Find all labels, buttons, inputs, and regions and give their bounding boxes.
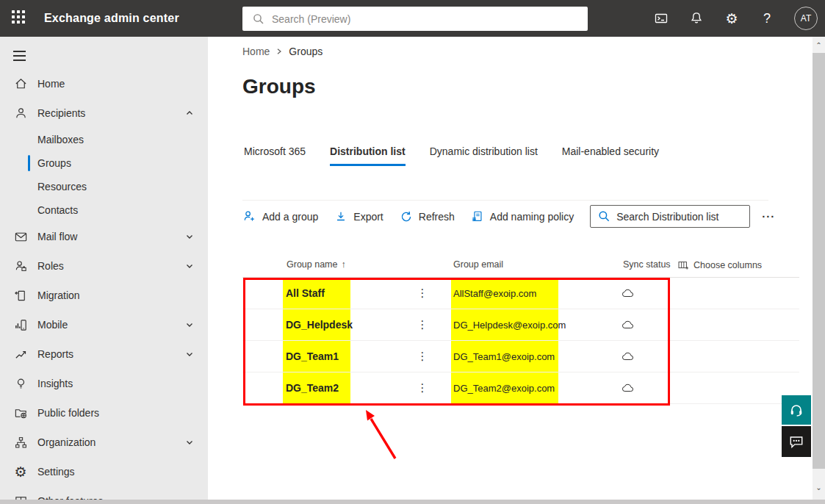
reports-icon (13, 348, 28, 361)
folder-globe-icon (13, 406, 28, 420)
chevron-down-icon (184, 438, 195, 447)
sidebar-item-settings[interactable]: ⚙ Settings (0, 457, 208, 486)
breadcrumb-current: Groups (289, 46, 323, 57)
group-name-cell[interactable]: DG_Team1 (283, 341, 350, 372)
table-row: DG_Team2 ⋮ DG_Team2@exoip.com (242, 372, 799, 404)
refresh-icon (400, 210, 413, 223)
sort-asc-icon: ↑ (341, 259, 345, 270)
chevron-up-icon (184, 109, 195, 118)
top-app-bar: Exchange admin center ⚙ ? AT (0, 0, 825, 37)
group-name-cell[interactable]: DG_Helpdesk (283, 309, 350, 340)
tab-mail-enabled-security[interactable]: Mail-enabled security (562, 145, 659, 166)
person-icon (13, 107, 28, 120)
distribution-list-search-input[interactable] (616, 211, 749, 223)
terminal-icon[interactable] (653, 10, 669, 26)
table-row: DG_Team1 ⋮ DG_Team1@exoip.com (242, 341, 799, 372)
gear-icon[interactable]: ⚙ (724, 10, 740, 26)
global-search[interactable] (242, 7, 588, 31)
tab-microsoft-365[interactable]: Microsoft 365 (244, 145, 306, 166)
group-email-cell: AllStaff@exoip.com (451, 278, 558, 309)
choose-columns-button[interactable]: Choose columns (677, 259, 762, 271)
download-icon (334, 210, 347, 223)
group-name-cell[interactable]: DG_Team2 (283, 372, 350, 403)
sidebar-item-home[interactable]: Home (0, 69, 208, 98)
sidebar-item-roles[interactable]: Roles (0, 251, 208, 281)
row-more-icon[interactable]: ⋮ (416, 381, 429, 395)
sidebar-item-contacts[interactable]: Contacts (0, 198, 208, 222)
cloud-sync-icon (617, 320, 639, 330)
search-icon (253, 13, 264, 25)
vertical-scrollbar: ⌃ ⌄ (813, 37, 825, 500)
scroll-up-button[interactable]: ⌃ (813, 39, 825, 51)
sidebar-item-resources[interactable]: Resources (0, 175, 208, 198)
mobile-icon (13, 318, 28, 332)
refresh-button[interactable]: Refresh (400, 210, 455, 223)
sidebar-item-migration[interactable]: Migration (0, 281, 208, 310)
sidebar-item-recipients[interactable]: Recipients (0, 98, 208, 128)
horizontal-scrollbar[interactable] (0, 500, 825, 504)
left-nav: Home Recipients Mailboxes Groups Resourc… (0, 37, 208, 504)
row-more-icon[interactable]: ⋮ (416, 318, 429, 331)
avatar[interactable]: AT (794, 7, 818, 30)
global-search-input[interactable] (272, 13, 588, 25)
chevron-down-icon (184, 350, 195, 359)
more-options-icon[interactable]: ··· (762, 210, 775, 223)
hamburger-icon[interactable] (0, 43, 44, 69)
bell-icon[interactable] (688, 10, 705, 26)
chevron-down-icon (184, 262, 195, 270)
group-email-cell: DG_Helpdesk@exoip.com (451, 309, 558, 340)
chevron-right-icon (275, 48, 283, 55)
speech-bubble-icon (788, 433, 804, 450)
row-more-icon[interactable]: ⋮ (416, 350, 429, 363)
chevron-down-icon (184, 232, 195, 241)
vertical-scrollbar-thumb[interactable] (813, 53, 825, 469)
sidebar-item-public-folders[interactable]: Public folders (0, 398, 208, 428)
main-content: Home Groups Groups Microsoft 365 Distrib… (208, 37, 813, 500)
table-row: DG_Helpdesk ⋮ DG_Helpdesk@exoip.com (242, 309, 799, 341)
feedback-button[interactable] (782, 426, 811, 457)
sidebar-item-insights[interactable]: Insights (0, 369, 208, 398)
export-button[interactable]: Export (334, 210, 383, 223)
org-chart-icon (13, 436, 28, 450)
support-button[interactable] (782, 395, 811, 425)
sidebar-item-groups[interactable]: Groups (0, 151, 208, 175)
row-more-icon[interactable]: ⋮ (416, 287, 429, 300)
table-body: All Staff ⋮ AllStaff@exoip.com DG_Helpde… (242, 278, 799, 404)
group-name-cell[interactable]: All Staff (283, 278, 350, 309)
tab-distribution-list[interactable]: Distribution list (330, 145, 406, 166)
toolbar: Add a group Export Refresh Add naming po… (242, 200, 768, 231)
table-header: Group name ↑ Group email Sync status Cho… (242, 256, 799, 276)
table-row: All Staff ⋮ AllStaff@exoip.com (242, 278, 799, 309)
home-icon (13, 77, 28, 91)
roles-icon (13, 259, 28, 273)
sidebar-item-reports[interactable]: Reports (0, 339, 208, 369)
sidebar-item-organization[interactable]: Organization (0, 428, 208, 457)
app-title: Exchange admin center (44, 12, 179, 25)
person-add-icon (242, 209, 256, 223)
column-header-group-email: Group email (453, 259, 503, 270)
tab-dynamic-distribution-list[interactable]: Dynamic distribution list (430, 145, 538, 166)
headset-icon (788, 402, 804, 418)
cloud-sync-icon (617, 351, 639, 361)
add-group-button[interactable]: Add a group (242, 209, 318, 223)
cloud-sync-icon (617, 288, 639, 298)
add-naming-policy-button[interactable]: Add naming policy (471, 210, 574, 223)
distribution-list-search[interactable] (590, 205, 750, 228)
breadcrumb-home[interactable]: Home (242, 46, 270, 57)
tab-bar: Microsoft 365 Distribution list Dynamic … (244, 145, 659, 166)
sidebar-item-mailboxes[interactable]: Mailboxes (0, 128, 208, 151)
choose-columns-icon (677, 259, 689, 271)
document-policy-icon (471, 210, 484, 223)
breadcrumb: Home Groups (242, 46, 323, 57)
sidebar-item-mobile[interactable]: Mobile (0, 310, 208, 339)
migration-icon (13, 289, 28, 303)
scroll-down-button[interactable]: ⌄ (813, 481, 825, 494)
sidebar-item-mail-flow[interactable]: Mail flow (0, 222, 208, 251)
cloud-sync-icon (617, 383, 639, 393)
page-title: Groups (242, 75, 316, 98)
waffle-icon[interactable] (12, 10, 28, 26)
column-header-sync-status: Sync status (623, 259, 671, 270)
group-email-cell: DG_Team2@exoip.com (451, 372, 558, 403)
column-header-group-name[interactable]: Group name ↑ (287, 259, 346, 270)
help-icon[interactable]: ? (759, 10, 775, 26)
